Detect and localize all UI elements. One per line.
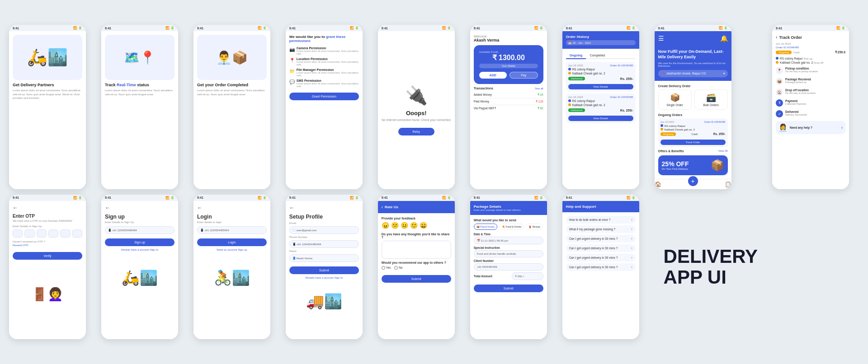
cat-parcel[interactable]: 📦 Parcel boxes	[474, 224, 497, 230]
track-order-button[interactable]: Track Order	[660, 140, 726, 145]
login-phone-input[interactable]: 📱 +91 1234554485454	[197, 226, 267, 234]
menu-icon[interactable]: ☰	[658, 35, 664, 42]
single-order-card[interactable]: 📦 Single Order	[658, 89, 692, 110]
back-icon-rate[interactable]: ‹	[382, 205, 383, 210]
faq-item-2[interactable]: What if my package gone missing ?›	[566, 225, 636, 233]
otp-digit-1[interactable]	[13, 229, 23, 238]
add-money-button[interactable]: ADD	[479, 72, 507, 79]
hero-headline: Now Fulfil your On-Demand, Last-Mile Del…	[658, 49, 728, 60]
recommend-row: Yes No	[382, 266, 451, 270]
face-angry[interactable]: 😠	[382, 222, 389, 229]
hero-desc: We care for the Environment. So we switc…	[658, 62, 728, 67]
available-funds-label: Available Funds	[479, 51, 538, 53]
back-button-login[interactable]: ←	[197, 205, 203, 211]
package-submit-button[interactable]: Submit	[474, 285, 543, 292]
rate-submit-button[interactable]: Submit	[382, 275, 451, 283]
email-input[interactable]: ✉️ user@gmail.com	[289, 226, 359, 234]
back-icon[interactable]: ‹	[776, 35, 777, 40]
profile-phone-input[interactable]: 📱 +91 1234554485454	[289, 240, 359, 248]
home-nav-icon[interactable]: 🏠	[655, 181, 661, 187]
face-neutral[interactable]: 😐	[401, 222, 408, 229]
transaction-item-2: Paid Money₹ 110	[474, 98, 543, 105]
perm-sms: 💬 SMS Permission Lorem ipsum dolor sit a…	[289, 79, 359, 88]
back-button-otp[interactable]: ←	[13, 205, 18, 211]
otp-digit-6[interactable]	[72, 229, 82, 238]
tab-completed[interactable]: Completed	[586, 52, 609, 58]
face-great[interactable]: 😄	[420, 222, 427, 229]
yes-radio[interactable]: Yes	[382, 266, 391, 270]
need-help-banner[interactable]: 👩‍💼 Need any help ? ›	[776, 121, 845, 134]
signup-button[interactable]: Sign up	[105, 238, 175, 246]
amount-input[interactable]: ₹ 450 /-	[512, 272, 543, 280]
name-input[interactable]: 👤 Akash Verma	[289, 254, 359, 262]
track-header: ‹ Track Order	[776, 35, 845, 40]
name-label: Name	[289, 250, 359, 252]
signup-subtitle: Enter Details to Sign Up	[105, 221, 175, 224]
help-title: Help and Support	[566, 205, 636, 209]
bulk-order-card[interactable]: 🗃️ Bulk Orders	[694, 89, 728, 110]
status-bar-9: 9:41 📶🔋	[772, 25, 849, 31]
single-order-icon: 📦	[661, 93, 689, 103]
retry-button[interactable]: Retry	[398, 128, 434, 135]
otp-digit-3[interactable]	[37, 229, 47, 238]
signup-phone-input[interactable]: 📱 +91 1234554485484	[105, 226, 175, 234]
see-all-link[interactable]: See all	[535, 87, 543, 90]
profile-title: Setup Profile	[289, 214, 359, 220]
status-bar-15: 9:41 📶🔋	[470, 195, 547, 201]
offer-banner: 25% OFF On Your First Delivery 📦	[658, 155, 728, 175]
create-order-fab[interactable]: +	[688, 176, 698, 186]
login-button[interactable]: Login	[197, 238, 267, 246]
date-picker[interactable]: 📅 30 - Jan - 2022	[566, 40, 636, 45]
screen-permissions: 9:41 📶🔋 We would like you to grant these…	[286, 25, 363, 189]
package-title: Package Details	[474, 205, 543, 209]
back-button-signup[interactable]: ←	[105, 205, 110, 211]
back-button-profile[interactable]: ←	[289, 205, 295, 211]
face-happy[interactable]: 🙂	[410, 222, 418, 229]
signin-link[interactable]: Already have a account Sign In	[105, 248, 175, 251]
faq-item-5[interactable]: Can I get urgent delivery in 30 mins ?›	[566, 254, 636, 261]
rate-us-header: ‹ Rate Us	[378, 201, 455, 213]
no-radio[interactable]: No	[394, 266, 402, 270]
cat-beauty[interactable]: 💄 Beauty	[526, 224, 543, 230]
faq-item-6[interactable]: Can I get urgent delivery in 30 mins ?›	[566, 263, 636, 271]
orders-nav-icon[interactable]: 📋	[725, 181, 731, 187]
faq-item-3[interactable]: Can I get urgent delivery in 30 mins ?›	[566, 235, 636, 243]
otp-digit-4[interactable]	[48, 229, 58, 238]
verify-button[interactable]: Verify	[13, 252, 82, 260]
status-bar-11: 9:41 📶🔋	[101, 195, 178, 201]
face-rating-row[interactable]: 😠 😕 😐 🙂 😄	[382, 222, 451, 229]
date-input[interactable]: 📅 11-11-2022 | 06:30 pm	[474, 237, 543, 244]
cat-food[interactable]: 🍕 Food & Drinks	[499, 224, 524, 230]
face-sad[interactable]: 😕	[391, 222, 399, 229]
otp-digit-5[interactable]	[60, 229, 70, 238]
grant-permission-button[interactable]: Grant Permission	[289, 93, 359, 100]
signup-link[interactable]: Need an account Sign up	[197, 248, 267, 251]
client-input[interactable]: +91 5405460456	[474, 263, 543, 271]
thoughts-input[interactable]	[382, 241, 451, 259]
view-details-button-2[interactable]: View Details	[568, 116, 633, 121]
single-order-label: Single Order	[661, 103, 689, 107]
profile-submit-button[interactable]: Submit	[289, 266, 359, 274]
recommend-label: Would you recommend our app to others ?	[382, 261, 451, 264]
thoughts-label: Do you have any thoughts you'd like to s…	[382, 233, 451, 239]
faq-item-4[interactable]: Can I get urgent delivery in 30 mins ?›	[566, 244, 636, 252]
profile-signin-link[interactable]: Already have a account Sign In	[289, 276, 359, 279]
pay-button[interactable]: Pay	[509, 72, 538, 79]
tab-ongoing[interactable]: Ongoing	[566, 52, 586, 59]
home-header: ☰ 🔔	[655, 31, 731, 46]
view-details-button-1[interactable]: View Details	[568, 84, 633, 89]
bell-icon[interactable]: 🔔	[720, 35, 728, 42]
status-bar-8: 9:41 📶🔋	[655, 25, 731, 31]
view-all-link[interactable]: View All	[718, 149, 728, 152]
step-icon-package: 📦	[776, 78, 783, 85]
subtitle-1: Lorem ipsum dolor sit amet consectetur. …	[13, 89, 82, 100]
otp-digit-2[interactable]	[24, 229, 34, 238]
step-pickup-condition: 📍 Pickup condition On the way to pickup …	[776, 67, 845, 74]
status-bar-16: 9:41 📶🔋	[562, 195, 639, 201]
resend-otp-link[interactable]: Resend OTP	[13, 244, 82, 247]
location-picker[interactable]: 📍 Jaisthambh chowk, Raipur CG ▾	[658, 70, 728, 77]
special-input[interactable]: Food and drinks handle carefully	[474, 250, 543, 257]
step-icon-payment: ₹	[776, 99, 783, 107]
faq-item-1[interactable]: How to do bulk orders at once ?›	[566, 216, 636, 224]
location-icon: 📍	[661, 72, 665, 75]
